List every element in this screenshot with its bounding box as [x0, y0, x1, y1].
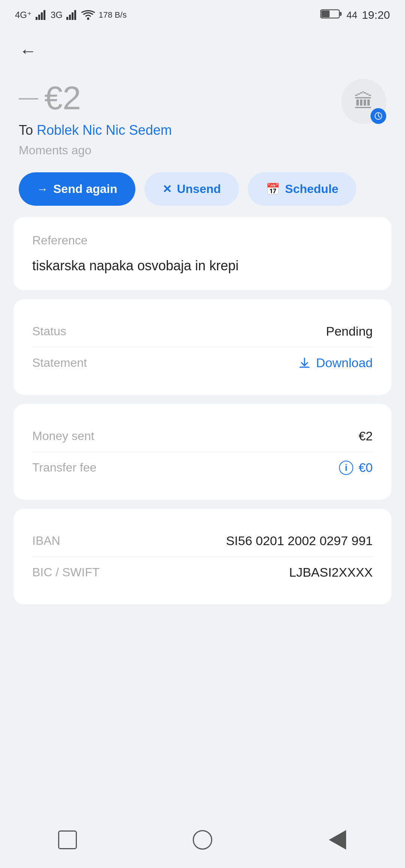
nav-back-button[interactable] — [322, 825, 352, 855]
to-label: To — [19, 122, 33, 138]
fee-amount: €0 — [358, 460, 373, 475]
back-arrow-icon: ← — [20, 41, 37, 61]
status-row: Status Pending — [32, 316, 373, 347]
transaction-header: — €2 To Roblek Nic Nic Sedem Moments ago… — [0, 68, 405, 165]
details-cards: Reference tiskarska napaka osvobaja in k… — [0, 217, 405, 604]
x-icon: ✕ — [162, 182, 172, 196]
download-label: Download — [316, 356, 373, 370]
signal-icon — [36, 10, 47, 20]
svg-rect-1 — [38, 15, 40, 20]
bank-details-card: IBAN SI56 0201 2002 0297 991 BIC / SWIFT… — [14, 509, 392, 604]
network-3g: 3G — [51, 10, 63, 20]
recipient-name: Roblek Nic Nic Sedem — [37, 122, 172, 138]
status-card: Status Pending Statement Download — [14, 299, 392, 395]
download-icon — [298, 357, 311, 369]
reference-label: Reference — [32, 234, 373, 247]
recipient-avatar: 🏛 — [341, 79, 386, 124]
status-right: 44 19:20 — [320, 8, 390, 22]
svg-rect-7 — [74, 10, 76, 20]
pending-badge — [370, 108, 386, 124]
minus-sign: — — [19, 86, 38, 108]
wifi-icon — [81, 10, 95, 20]
statement-row: Statement Download — [32, 347, 373, 378]
network-text: 4G⁺ — [15, 10, 32, 20]
battery-percent: 44 — [346, 9, 357, 21]
svg-rect-6 — [72, 12, 74, 20]
status-value: Pending — [326, 324, 373, 339]
transfer-fee-row: Transfer fee i €0 — [32, 452, 373, 483]
svg-rect-11 — [321, 11, 330, 17]
signal-3g-icon — [66, 10, 78, 20]
calendar-icon: 📅 — [266, 182, 280, 196]
clock-icon — [374, 112, 382, 120]
speed-text: 178 B/s — [99, 10, 127, 20]
svg-rect-10 — [339, 12, 342, 16]
money-sent-value: €2 — [358, 429, 373, 443]
info-icon[interactable]: i — [339, 461, 353, 475]
unsend-label: Unsend — [177, 182, 221, 196]
amounts-card: Money sent €2 Transfer fee i €0 — [14, 404, 392, 500]
download-button[interactable]: Download — [298, 356, 373, 370]
status-bar: 4G⁺ 3G 178 B/s — [0, 0, 405, 30]
nav-square-button[interactable] — [52, 825, 82, 855]
money-sent-row: Money sent €2 — [32, 420, 373, 452]
status-label: Status — [32, 324, 66, 338]
reference-card: Reference tiskarska napaka osvobaja in k… — [14, 217, 392, 290]
nav-home-button[interactable] — [188, 825, 218, 855]
bic-value: LJBASI2XXXX — [289, 565, 373, 580]
svg-rect-3 — [44, 10, 45, 20]
bic-label: BIC / SWIFT — [32, 565, 100, 579]
svg-rect-5 — [69, 15, 71, 20]
send-again-button[interactable]: → Send again — [19, 172, 135, 206]
svg-rect-4 — [66, 17, 68, 20]
svg-rect-2 — [41, 12, 43, 20]
fee-value: i €0 — [339, 460, 373, 475]
statement-label: Statement — [32, 356, 87, 370]
timestamp: Moments ago — [19, 143, 172, 157]
transfer-fee-label: Transfer fee — [32, 461, 96, 475]
bic-row: BIC / SWIFT LJBASI2XXXX — [32, 557, 373, 588]
iban-row: IBAN SI56 0201 2002 0297 991 — [32, 525, 373, 557]
svg-point-8 — [87, 18, 89, 20]
network-info: 4G⁺ 3G 178 B/s — [15, 10, 127, 20]
amount-row: — €2 — [19, 79, 172, 117]
nav-bar — [0, 819, 405, 868]
time: 19:20 — [362, 9, 390, 21]
battery-icon — [320, 8, 342, 20]
triangle-icon — [329, 830, 346, 850]
svg-rect-0 — [36, 17, 38, 20]
battery-text — [320, 8, 342, 22]
amount-section: — €2 To Roblek Nic Nic Sedem Moments ago — [19, 79, 172, 157]
iban-label: IBAN — [32, 534, 60, 548]
action-buttons: → Send again ✕ Unsend 📅 Schedule — [0, 165, 405, 217]
send-again-label: Send again — [53, 182, 117, 196]
bank-icon: 🏛 — [354, 90, 374, 113]
money-sent-label: Money sent — [32, 429, 94, 443]
reference-value: tiskarska napaka osvobaja in krepi — [32, 258, 373, 274]
schedule-button[interactable]: 📅 Schedule — [248, 172, 356, 206]
square-icon — [58, 830, 77, 849]
svg-line-14 — [378, 116, 380, 117]
schedule-label: Schedule — [285, 182, 338, 196]
back-button[interactable]: ← — [15, 38, 41, 64]
iban-value: SI56 0201 2002 0297 991 — [226, 533, 373, 548]
recipient-row: To Roblek Nic Nic Sedem — [19, 122, 172, 138]
amount-value: €2 — [44, 79, 81, 117]
unsend-button[interactable]: ✕ Unsend — [144, 172, 239, 206]
circle-icon — [193, 830, 212, 850]
arrow-icon: → — [37, 183, 48, 196]
